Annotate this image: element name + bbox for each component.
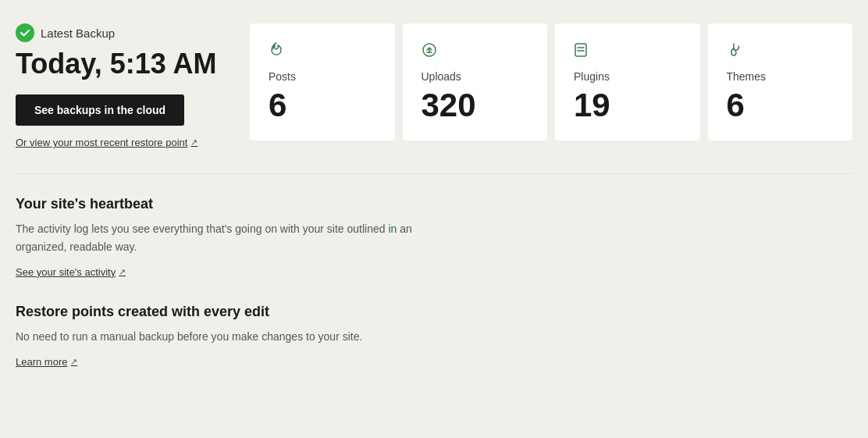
see-backups-button[interactable]: See backups in the cloud	[16, 94, 184, 126]
heartbeat-link-text: in	[388, 223, 397, 235]
check-icon	[16, 23, 34, 42]
posts-label: Posts	[269, 70, 376, 83]
learn-more-link[interactable]: Learn more ↗	[16, 356, 77, 368]
heartbeat-title: Your site's heartbeat	[16, 196, 453, 212]
main-container: Latest Backup Today, 5:13 AM See backups…	[0, 0, 868, 392]
posts-icon	[269, 39, 376, 61]
section-divider	[16, 173, 852, 174]
uploads-value: 320	[422, 89, 529, 122]
stat-card-uploads: Uploads 320	[403, 23, 548, 141]
heartbeat-block: Your site's heartbeat The activity log l…	[16, 196, 453, 279]
top-section: Latest Backup Today, 5:13 AM See backups…	[16, 23, 852, 151]
left-panel: Latest Backup Today, 5:13 AM See backups…	[16, 23, 234, 151]
latest-backup-text: Latest Backup	[41, 27, 115, 40]
stats-grid: Posts 6 Uploads 320	[250, 23, 852, 141]
activity-external-icon: ↗	[119, 267, 126, 277]
uploads-label: Uploads	[422, 70, 529, 83]
themes-value: 6	[727, 89, 834, 122]
themes-label: Themes	[727, 70, 834, 83]
stat-card-themes: Themes 6	[708, 23, 853, 141]
svg-rect-1	[575, 44, 586, 56]
plugins-value: 19	[574, 89, 681, 122]
backup-time: Today, 5:13 AM	[16, 47, 234, 80]
site-activity-link[interactable]: See your site's activity ↗	[16, 266, 126, 278]
plugins-label: Plugins	[574, 70, 681, 83]
restore-block: Restore points created with every edit N…	[16, 304, 453, 369]
latest-backup-label: Latest Backup	[16, 23, 234, 42]
heartbeat-description: The activity log lets you see everything…	[16, 220, 453, 255]
plugins-icon	[574, 39, 681, 61]
external-link-icon: ↗	[190, 137, 197, 148]
stat-card-plugins: Plugins 19	[555, 23, 700, 141]
stat-card-posts: Posts 6	[250, 23, 395, 141]
themes-icon	[727, 39, 834, 61]
restore-title: Restore points created with every edit	[16, 304, 453, 320]
uploads-icon	[422, 39, 529, 61]
restore-description: No need to run a manual backup before yo…	[16, 328, 453, 345]
posts-value: 6	[269, 89, 376, 122]
bottom-section: Your site's heartbeat The activity log l…	[16, 196, 852, 369]
learn-more-external-icon: ↗	[70, 357, 77, 367]
restore-link[interactable]: Or view your most recent restore point ↗	[16, 137, 234, 148]
